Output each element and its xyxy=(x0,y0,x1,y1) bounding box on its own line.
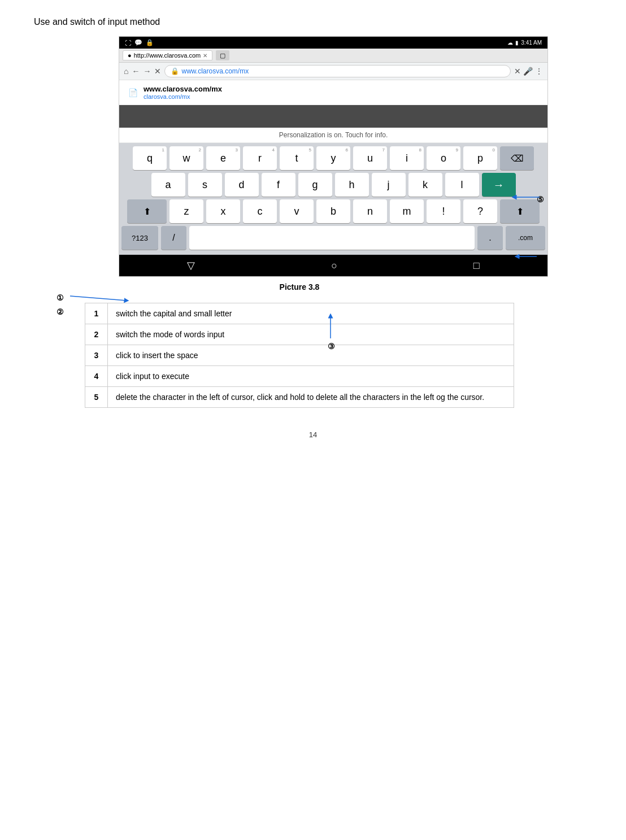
nav-home-button[interactable]: ○ xyxy=(331,260,337,272)
clear-url-icon[interactable]: ✕ xyxy=(514,67,521,76)
table-num: 3 xyxy=(85,345,108,366)
mic-icon[interactable]: 🎤 xyxy=(523,67,533,76)
keyboard: 1q 2w 3e 4r 5t 6y 7u 8i 9o 0p ⌫ a s d xyxy=(119,143,547,255)
new-tab-button[interactable]: ▢ xyxy=(216,50,229,60)
key-shift[interactable]: ⬆ xyxy=(127,199,167,223)
nav-recent-button[interactable]: □ xyxy=(473,260,480,272)
table-num: 5 xyxy=(85,387,108,408)
key-a[interactable]: a xyxy=(151,173,185,197)
key-u[interactable]: 7u xyxy=(353,146,387,170)
key-j[interactable]: j xyxy=(372,173,406,197)
key-s[interactable]: s xyxy=(188,173,222,197)
table-row: 5 delete the character in the left of cu… xyxy=(85,387,514,408)
menu-icon[interactable]: ⋮ xyxy=(535,67,543,76)
key-v[interactable]: v xyxy=(280,199,314,223)
forward-icon[interactable]: → xyxy=(143,67,151,76)
key-g[interactable]: g xyxy=(298,173,332,197)
key-w[interactable]: 2w xyxy=(169,146,203,170)
status-bar: ⛶ 💬 🔒 ☁ ▮ 3:41 AM xyxy=(119,37,547,49)
key-dotcom[interactable]: .com xyxy=(506,226,545,250)
caption: Picture 3.8 xyxy=(85,282,514,291)
key-l[interactable]: l xyxy=(445,173,479,197)
wifi-icon: ☁ xyxy=(507,40,513,46)
suggestion-dropdown[interactable]: 📄 www.clarosva.com/mx clarosva.com/mx xyxy=(119,80,547,105)
home-icon[interactable]: ⌂ xyxy=(124,67,128,76)
arrow-5 xyxy=(511,191,545,203)
tab-close-button[interactable]: ✕ xyxy=(203,53,207,59)
key-enter[interactable]: → xyxy=(482,173,516,197)
message-icon: 💬 xyxy=(134,39,142,46)
info-table: 1 switch the capital and small letter 2 … xyxy=(85,303,514,408)
lock-icon: 🔒 xyxy=(146,39,154,46)
key-o[interactable]: 9o xyxy=(427,146,460,170)
table-row: 2 switch the mode of words input xyxy=(85,324,514,345)
web-content-area xyxy=(119,105,547,128)
key-shift-right[interactable]: ⬆ xyxy=(500,199,540,223)
keyboard-row-2: a s d f g h j k l → xyxy=(121,173,545,197)
key-k[interactable]: k xyxy=(408,173,442,197)
suggestion-main-text: www.clarosva.com/mx xyxy=(144,85,222,93)
phone-screenshot: ⛶ 💬 🔒 ☁ ▮ 3:41 AM ● http://www.clarosva.… xyxy=(119,36,548,277)
doc-icon: 📄 xyxy=(128,88,138,97)
arrow-3 xyxy=(322,313,339,341)
table-desc: click to insert the space xyxy=(108,345,514,366)
key-b[interactable]: b xyxy=(316,199,350,223)
nav-back-button[interactable]: ▽ xyxy=(187,259,195,272)
arrow-1 xyxy=(59,290,127,307)
table-row: 1 switch the capital and small letter xyxy=(85,303,514,324)
key-r[interactable]: 4r xyxy=(243,146,277,170)
key-e[interactable]: 3e xyxy=(206,146,240,170)
keyboard-row-3: ⬆ z x c v b n m ! ? ⬆ xyxy=(121,199,545,223)
table-num: 4 xyxy=(85,366,108,387)
back-icon[interactable]: ← xyxy=(132,67,140,76)
key-question[interactable]: ? xyxy=(463,199,497,223)
svg-line-0 xyxy=(70,296,127,301)
key-slash[interactable]: / xyxy=(161,226,186,250)
annotation-3-wrapper: ③ xyxy=(328,341,335,351)
tab-url: http://www.clarosva.com xyxy=(134,52,201,59)
key-h[interactable]: h xyxy=(335,173,369,197)
key-num-switch[interactable]: ?123 xyxy=(121,226,158,250)
key-z[interactable]: z xyxy=(169,199,203,223)
key-d[interactable]: d xyxy=(225,173,259,197)
key-m[interactable]: m xyxy=(390,199,424,223)
keyboard-row-1: 1q 2w 3e 4r 5t 6y 7u 8i 9o 0p ⌫ xyxy=(121,146,545,170)
browser-nav-bar: ⌂ ← → ✕ 🔒 www.clarosva.com/mx ✕ 🎤 ⋮ xyxy=(119,63,547,80)
key-y[interactable]: 6y xyxy=(316,146,350,170)
annotation-2-label: ② xyxy=(56,307,64,316)
time-display: 3:41 AM xyxy=(521,40,542,46)
key-n[interactable]: n xyxy=(353,199,387,223)
key-x[interactable]: x xyxy=(206,199,240,223)
url-display: www.clarosva.com/mx xyxy=(181,67,249,75)
suggestion-sub-text: clarosva.com/mx xyxy=(144,93,222,100)
key-q[interactable]: 1q xyxy=(133,146,167,170)
browser-tab-bar: ● http://www.clarosva.com ✕ ▢ xyxy=(119,49,547,63)
signal-icon: ⛶ xyxy=(125,40,131,46)
key-p[interactable]: 0p xyxy=(463,146,497,170)
personalization-text: Personalization is on. Touch for info. xyxy=(279,131,388,139)
url-bar[interactable]: 🔒 www.clarosva.com/mx xyxy=(164,65,511,77)
page-number: 14 xyxy=(34,430,592,439)
bottom-nav-bar: ▽ ○ □ xyxy=(119,255,547,276)
key-t[interactable]: 5t xyxy=(280,146,314,170)
key-i[interactable]: 8i xyxy=(390,146,424,170)
table-desc: delete the character in the left of curs… xyxy=(108,387,514,408)
table-desc: click input to execute xyxy=(108,366,514,387)
close-nav-icon[interactable]: ✕ xyxy=(154,67,161,76)
page-title: Use and switch of input method xyxy=(34,17,592,27)
browser-tab[interactable]: ● http://www.clarosva.com ✕ xyxy=(123,50,212,60)
battery-icon: ▮ xyxy=(515,40,519,46)
key-space[interactable] xyxy=(189,226,475,250)
table-num: 2 xyxy=(85,324,108,345)
lock-small-icon: 🔒 xyxy=(171,67,179,75)
table-row: 4 click input to execute xyxy=(85,366,514,387)
key-exclaim[interactable]: ! xyxy=(427,199,460,223)
key-c[interactable]: c xyxy=(243,199,277,223)
keyboard-row-bottom: ?123 / . .com xyxy=(121,226,545,250)
table-desc: switch the mode of words input xyxy=(108,324,514,345)
annotation-2-wrapper: ② xyxy=(56,307,64,316)
plus-icon: ▢ xyxy=(220,52,225,59)
key-f[interactable]: f xyxy=(262,173,295,197)
key-period[interactable]: . xyxy=(477,226,503,250)
key-delete[interactable]: ⌫ xyxy=(500,146,534,170)
